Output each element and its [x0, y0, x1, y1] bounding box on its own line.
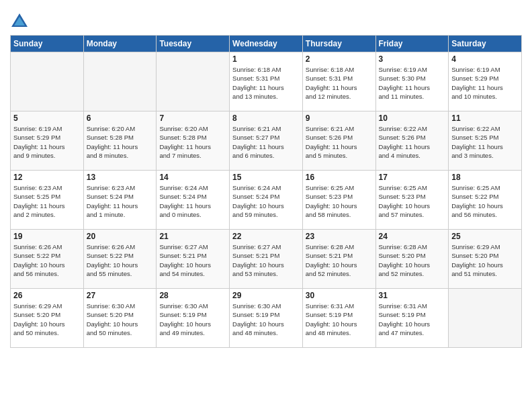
day-info: Sunrise: 6:29 AM Sunset: 5:20 PM Dayligh… — [451, 242, 519, 278]
day-number: 8 — [232, 113, 300, 123]
day-number: 23 — [306, 232, 373, 241]
day-number: 19 — [13, 232, 81, 241]
day-info: Sunrise: 6:25 AM Sunset: 5:23 PM Dayligh… — [379, 183, 446, 219]
day-info: Sunrise: 6:25 AM Sunset: 5:22 PM Dayligh… — [451, 183, 519, 219]
day-number: 17 — [379, 173, 446, 182]
logo — [10, 11, 32, 31]
calendar-cell — [449, 289, 522, 348]
calendar-cell: 9Sunrise: 6:21 AM Sunset: 5:26 PM Daylig… — [302, 111, 375, 171]
calendar-cell: 13Sunrise: 6:23 AM Sunset: 5:24 PM Dayli… — [83, 171, 157, 230]
day-number: 6 — [87, 113, 154, 123]
calendar-cell: 10Sunrise: 6:22 AM Sunset: 5:26 PM Dayli… — [375, 111, 449, 171]
day-number: 14 — [159, 173, 226, 182]
calendar-cell: 7Sunrise: 6:20 AM Sunset: 5:28 PM Daylig… — [157, 111, 230, 171]
day-number: 4 — [451, 54, 519, 64]
day-number: 30 — [306, 291, 373, 300]
calendar-cell: 23Sunrise: 6:28 AM Sunset: 5:21 PM Dayli… — [302, 230, 375, 289]
calendar-cell: 28Sunrise: 6:30 AM Sunset: 5:19 PM Dayli… — [157, 289, 230, 348]
weekday-header: Monday — [83, 36, 157, 52]
day-info: Sunrise: 6:22 AM Sunset: 5:25 PM Dayligh… — [451, 124, 519, 160]
calendar-table: SundayMondayTuesdayWednesdayThursdayFrid… — [10, 35, 522, 348]
calendar-cell: 19Sunrise: 6:26 AM Sunset: 5:22 PM Dayli… — [11, 230, 84, 289]
day-info: Sunrise: 6:23 AM Sunset: 5:25 PM Dayligh… — [13, 183, 81, 219]
day-number: 31 — [379, 291, 446, 300]
calendar-cell: 22Sunrise: 6:27 AM Sunset: 5:21 PM Dayli… — [230, 230, 303, 289]
weekday-header: Saturday — [449, 36, 522, 52]
day-info: Sunrise: 6:31 AM Sunset: 5:19 PM Dayligh… — [306, 302, 373, 337]
day-number: 3 — [379, 54, 446, 64]
calendar-cell: 12Sunrise: 6:23 AM Sunset: 5:25 PM Dayli… — [11, 171, 84, 230]
day-number: 9 — [306, 113, 373, 123]
day-number: 27 — [87, 291, 154, 300]
day-info: Sunrise: 6:26 AM Sunset: 5:22 PM Dayligh… — [87, 242, 154, 278]
day-number: 20 — [87, 232, 154, 241]
day-info: Sunrise: 6:28 AM Sunset: 5:20 PM Dayligh… — [379, 242, 446, 278]
weekday-header: Thursday — [302, 36, 375, 52]
calendar-cell: 16Sunrise: 6:25 AM Sunset: 5:23 PM Dayli… — [302, 171, 375, 230]
day-number: 22 — [232, 232, 300, 241]
day-number: 7 — [159, 113, 226, 123]
day-info: Sunrise: 6:19 AM Sunset: 5:30 PM Dayligh… — [379, 65, 446, 101]
day-info: Sunrise: 6:28 AM Sunset: 5:21 PM Dayligh… — [306, 242, 373, 278]
calendar-cell: 24Sunrise: 6:28 AM Sunset: 5:20 PM Dayli… — [375, 230, 449, 289]
calendar-cell — [11, 52, 84, 111]
day-number: 18 — [451, 173, 519, 182]
day-info: Sunrise: 6:24 AM Sunset: 5:24 PM Dayligh… — [159, 183, 226, 219]
day-info: Sunrise: 6:20 AM Sunset: 5:28 PM Dayligh… — [87, 124, 154, 160]
calendar-cell: 27Sunrise: 6:30 AM Sunset: 5:20 PM Dayli… — [83, 289, 157, 348]
calendar-week-row: 26Sunrise: 6:29 AM Sunset: 5:20 PM Dayli… — [11, 289, 522, 348]
calendar-cell: 17Sunrise: 6:25 AM Sunset: 5:23 PM Dayli… — [375, 171, 449, 230]
calendar-cell: 8Sunrise: 6:21 AM Sunset: 5:27 PM Daylig… — [230, 111, 303, 171]
logo-icon — [10, 12, 29, 31]
calendar-cell: 1Sunrise: 6:18 AM Sunset: 5:31 PM Daylig… — [230, 52, 303, 111]
day-info: Sunrise: 6:20 AM Sunset: 5:28 PM Dayligh… — [159, 124, 226, 160]
day-info: Sunrise: 6:19 AM Sunset: 5:29 PM Dayligh… — [451, 65, 519, 101]
day-info: Sunrise: 6:27 AM Sunset: 5:21 PM Dayligh… — [232, 242, 300, 278]
day-number: 29 — [232, 291, 300, 300]
day-number: 24 — [379, 232, 446, 241]
day-number: 1 — [232, 54, 300, 64]
day-info: Sunrise: 6:23 AM Sunset: 5:24 PM Dayligh… — [87, 183, 154, 219]
day-info: Sunrise: 6:19 AM Sunset: 5:29 PM Dayligh… — [13, 124, 81, 160]
day-number: 2 — [306, 54, 373, 64]
calendar-cell — [83, 52, 157, 111]
weekday-header: Wednesday — [230, 36, 303, 52]
day-info: Sunrise: 6:18 AM Sunset: 5:31 PM Dayligh… — [306, 65, 373, 101]
page-header — [10, 7, 522, 31]
calendar-cell: 14Sunrise: 6:24 AM Sunset: 5:24 PM Dayli… — [157, 171, 230, 230]
calendar-cell: 11Sunrise: 6:22 AM Sunset: 5:25 PM Dayli… — [449, 111, 522, 171]
day-info: Sunrise: 6:26 AM Sunset: 5:22 PM Dayligh… — [13, 242, 81, 278]
calendar-cell: 30Sunrise: 6:31 AM Sunset: 5:19 PM Dayli… — [302, 289, 375, 348]
day-info: Sunrise: 6:18 AM Sunset: 5:31 PM Dayligh… — [232, 65, 300, 101]
day-number: 11 — [451, 113, 519, 123]
calendar-week-row: 12Sunrise: 6:23 AM Sunset: 5:25 PM Dayli… — [11, 171, 522, 230]
calendar-week-row: 5Sunrise: 6:19 AM Sunset: 5:29 PM Daylig… — [11, 111, 522, 171]
day-info: Sunrise: 6:30 AM Sunset: 5:20 PM Dayligh… — [87, 302, 154, 337]
day-info: Sunrise: 6:31 AM Sunset: 5:19 PM Dayligh… — [379, 302, 446, 337]
day-number: 16 — [306, 173, 373, 182]
weekday-header: Tuesday — [157, 36, 230, 52]
day-info: Sunrise: 6:21 AM Sunset: 5:27 PM Dayligh… — [232, 124, 300, 160]
calendar-cell: 18Sunrise: 6:25 AM Sunset: 5:22 PM Dayli… — [449, 171, 522, 230]
day-info: Sunrise: 6:30 AM Sunset: 5:19 PM Dayligh… — [159, 302, 226, 337]
day-info: Sunrise: 6:25 AM Sunset: 5:23 PM Dayligh… — [306, 183, 373, 219]
day-info: Sunrise: 6:21 AM Sunset: 5:26 PM Dayligh… — [306, 124, 373, 160]
calendar-cell: 3Sunrise: 6:19 AM Sunset: 5:30 PM Daylig… — [375, 52, 449, 111]
calendar-cell: 15Sunrise: 6:24 AM Sunset: 5:24 PM Dayli… — [230, 171, 303, 230]
calendar-cell: 20Sunrise: 6:26 AM Sunset: 5:22 PM Dayli… — [83, 230, 157, 289]
calendar-cell: 6Sunrise: 6:20 AM Sunset: 5:28 PM Daylig… — [83, 111, 157, 171]
calendar-cell: 21Sunrise: 6:27 AM Sunset: 5:21 PM Dayli… — [157, 230, 230, 289]
calendar-cell: 31Sunrise: 6:31 AM Sunset: 5:19 PM Dayli… — [375, 289, 449, 348]
day-number: 15 — [232, 173, 300, 182]
day-info: Sunrise: 6:22 AM Sunset: 5:26 PM Dayligh… — [379, 124, 446, 160]
day-number: 28 — [159, 291, 226, 300]
day-info: Sunrise: 6:30 AM Sunset: 5:19 PM Dayligh… — [232, 302, 300, 337]
day-number: 26 — [13, 291, 81, 300]
day-number: 10 — [379, 113, 446, 123]
calendar-week-row: 19Sunrise: 6:26 AM Sunset: 5:22 PM Dayli… — [11, 230, 522, 289]
calendar-week-row: 1Sunrise: 6:18 AM Sunset: 5:31 PM Daylig… — [11, 52, 522, 111]
day-info: Sunrise: 6:27 AM Sunset: 5:21 PM Dayligh… — [159, 242, 226, 278]
day-info: Sunrise: 6:24 AM Sunset: 5:24 PM Dayligh… — [232, 183, 300, 219]
calendar-cell: 5Sunrise: 6:19 AM Sunset: 5:29 PM Daylig… — [11, 111, 84, 171]
calendar-cell: 2Sunrise: 6:18 AM Sunset: 5:31 PM Daylig… — [302, 52, 375, 111]
